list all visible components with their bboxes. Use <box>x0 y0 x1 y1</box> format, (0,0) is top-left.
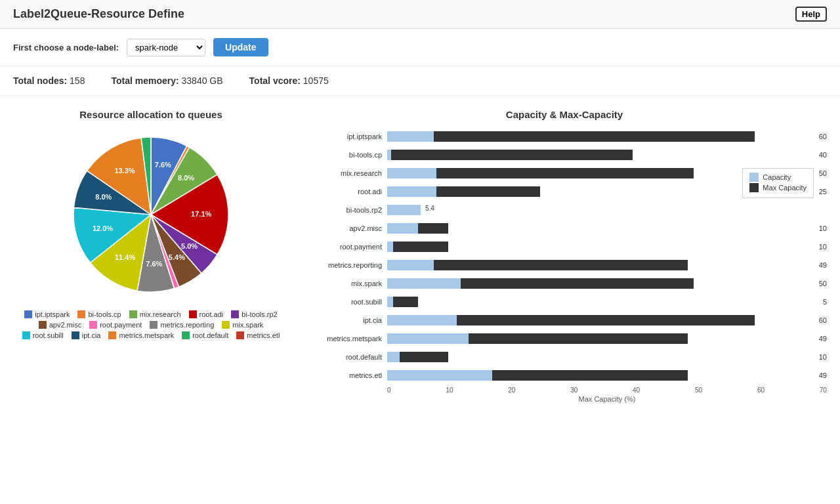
capacity-value: 8 <box>440 186 444 194</box>
x-tick: 40 <box>633 387 640 394</box>
x-tick: 50 <box>695 387 702 394</box>
legend-item: metrics.reporting <box>150 321 214 329</box>
x-axis: 010203040506070 <box>387 387 827 394</box>
pie-legend: ipt.iptsparkbi-tools.cpmix.researchroot.… <box>13 310 289 339</box>
legend-color <box>77 310 85 318</box>
legend-item: root.payment <box>89 321 142 329</box>
capacity-bar <box>387 242 393 252</box>
bar-row-label: root.default <box>302 353 387 361</box>
page-title: Label2Queue-Resource Define <box>13 7 184 21</box>
capacity-bar <box>387 315 457 326</box>
bar-row: ipt.iptspark7.660 <box>302 129 827 144</box>
bar-row-label: apv2.misc <box>302 224 387 232</box>
node-label-select[interactable]: spark-node cpu-node gpu-node <box>127 39 205 56</box>
bar-row-label: root.subill <box>302 298 387 306</box>
bar-row-area: 5.4 <box>387 203 824 217</box>
bar-row-area: 11.4 <box>387 314 816 327</box>
max-capacity-bar <box>387 242 448 252</box>
x-tick: 30 <box>570 387 578 394</box>
max-capacity-value: 60 <box>819 133 827 140</box>
capacity-value: 2 <box>404 352 408 359</box>
bar-chart-title: Capacity & Max-Capacity <box>302 109 827 120</box>
bar-row: bi-tools.cp0.640 <box>302 148 827 162</box>
bar-row: ipt.cia11.460 <box>302 313 827 327</box>
legend-color <box>129 310 137 318</box>
bar-row-label: mix.spark <box>302 280 387 287</box>
capacity-bar <box>387 131 434 142</box>
bar-row-label: mix.research <box>302 169 387 177</box>
capacity-value: 5 <box>422 223 426 230</box>
bar-row: root.subill15 <box>302 295 827 309</box>
capacity-bar <box>387 205 421 215</box>
legend-color <box>222 321 230 329</box>
max-capacity-legend-item: Max Capacity <box>749 183 807 192</box>
capacity-value: 11.4 <box>461 315 474 322</box>
svg-text:8.0%: 8.0% <box>178 174 194 182</box>
legend-item: mix.spark <box>222 321 263 329</box>
bar-row-label: ipt.iptspark <box>302 133 387 140</box>
legend-item: bi-tools.cp <box>77 310 121 318</box>
max-capacity-value: 10 <box>819 243 827 251</box>
bar-row: apv2.misc510 <box>302 221 827 236</box>
capacity-bar <box>387 352 400 362</box>
node-label-text: First choose a node-label: <box>13 43 119 52</box>
help-button[interactable]: Help <box>795 7 827 22</box>
bar-row: mix.spark1250 <box>302 276 827 291</box>
capacity-bar <box>387 168 436 178</box>
bar-row-area: 0.6 <box>387 148 816 161</box>
bar-row: metrics.reporting7.649 <box>302 258 827 272</box>
max-capacity-value: 40 <box>819 151 827 159</box>
bar-legend-box: Capacity Max Capacity <box>742 168 814 198</box>
bar-chart-rows: ipt.iptspark7.660bi-tools.cp0.640mix.res… <box>302 129 827 383</box>
capacity-bar <box>387 223 418 234</box>
bar-row: root.default210 <box>302 350 827 364</box>
svg-text:12.0%: 12.0% <box>93 224 113 232</box>
legend-label: bi-tools.cp <box>88 310 121 318</box>
x-tick: 0 <box>387 387 391 394</box>
bar-row-area: 5 <box>387 222 816 235</box>
legend-label: root.subill <box>33 331 64 339</box>
total-vcore-value: 10575 <box>303 75 329 86</box>
legend-label: bi-tools.rp2 <box>242 310 277 318</box>
svg-text:7.6%: 7.6% <box>146 260 162 268</box>
legend-color <box>22 331 30 339</box>
total-vcore-label: Total vcore: <box>249 75 301 86</box>
legend-label: apv2.misc <box>49 321 82 329</box>
pie-chart-title: Resource allocation to queues <box>13 109 289 120</box>
total-nodes-label: Total nodes: <box>13 75 67 86</box>
bar-row-area: 12 <box>387 277 816 290</box>
legend-item: bi-tools.rp2 <box>231 310 277 318</box>
legend-item: ipt.cia <box>72 331 101 339</box>
svg-text:11.4%: 11.4% <box>115 253 135 261</box>
total-vcore-stat: Total vcore: 10575 <box>249 75 329 86</box>
legend-item: root.default <box>182 331 228 339</box>
legend-color <box>236 331 244 339</box>
total-nodes-value: 158 <box>70 75 85 86</box>
svg-text:7.6%: 7.6% <box>155 161 171 169</box>
x-tick: 20 <box>508 387 515 394</box>
total-memory-label: Total memoery: <box>111 75 178 86</box>
bar-row: metrics.etl17.149 <box>302 368 827 383</box>
legend-item: metrics.metspark <box>108 331 174 339</box>
max-capacity-value: 49 <box>819 335 827 343</box>
capacity-value: 0.6 <box>395 150 404 157</box>
x-axis-ticks: 010203040506070 <box>387 387 827 394</box>
legend-label: metrics.etl <box>247 331 280 339</box>
capacity-bar <box>387 297 393 307</box>
legend-label: mix.spark <box>232 321 263 329</box>
legend-label: metrics.reporting <box>160 321 214 329</box>
legend-item: metrics.etl <box>236 331 280 339</box>
capacity-value: 12 <box>465 278 472 285</box>
total-memory-stat: Total memoery: 33840 GB <box>111 75 222 86</box>
x-tick: 70 <box>820 387 827 394</box>
update-button[interactable]: Update <box>213 38 268 56</box>
capacity-value: 7.6 <box>438 260 448 267</box>
legend-color <box>150 321 158 329</box>
max-capacity-legend-label: Max Capacity <box>763 184 807 192</box>
legend-label: metrics.metspark <box>119 331 174 339</box>
bar-row-area: 7.6 <box>387 259 816 272</box>
capacity-value: 5.4 <box>425 205 434 212</box>
svg-text:17.1%: 17.1% <box>191 210 211 218</box>
legend-color <box>72 331 79 339</box>
capacity-value: 13.3 <box>473 333 486 341</box>
